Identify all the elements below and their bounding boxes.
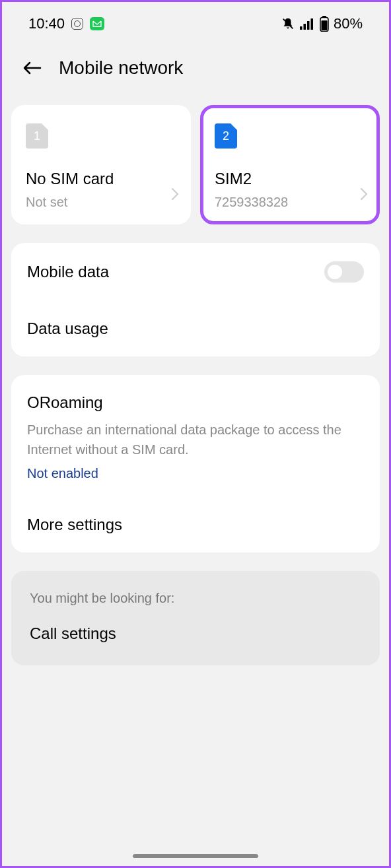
sim-title-1: No SIM card	[26, 170, 176, 188]
more-settings-row[interactable]: More settings	[11, 497, 380, 552]
chevron-right-icon	[360, 187, 368, 201]
sim-title-2: SIM2	[215, 170, 365, 188]
oroaming-description: Purchase an international data package t…	[27, 420, 364, 459]
data-usage-row[interactable]: Data usage	[11, 301, 380, 356]
status-bar: 10:40 80%	[2, 2, 389, 42]
suggestion-card: You might be looking for: Call settings	[11, 571, 380, 665]
instagram-icon	[71, 18, 83, 30]
data-settings-group: Mobile data Data usage	[11, 243, 380, 356]
sim-badge-2: 2	[215, 123, 237, 149]
svg-rect-2	[303, 24, 306, 30]
mobile-data-toggle[interactable]	[324, 261, 364, 283]
roaming-settings-group: ORoaming Purchase an international data …	[11, 375, 380, 552]
back-arrow-icon[interactable]	[22, 60, 43, 76]
oroaming-row[interactable]: ORoaming Purchase an international data …	[11, 375, 380, 497]
status-left: 10:40	[28, 15, 104, 32]
mobile-data-row[interactable]: Mobile data	[11, 243, 380, 301]
sim-badge-1: 1	[26, 123, 48, 149]
status-time: 10:40	[28, 15, 65, 32]
sim-subtitle-2: 7259338328	[215, 195, 365, 210]
signal-icon	[299, 17, 315, 30]
page-header: Mobile network	[2, 42, 389, 92]
page-title: Mobile network	[59, 57, 183, 79]
notification-muted-icon	[281, 17, 295, 31]
mobile-data-label: Mobile data	[27, 263, 109, 281]
battery-percentage: 80%	[334, 15, 363, 32]
svg-rect-3	[307, 21, 310, 30]
sim-cards-container: 1 No SIM card Not set 2 SIM2 7259338328	[11, 105, 380, 224]
sim-card-1[interactable]: 1 No SIM card Not set	[11, 105, 191, 224]
svg-rect-1	[300, 26, 302, 30]
more-settings-label: More settings	[27, 516, 122, 534]
chevron-right-icon	[171, 187, 179, 201]
status-right: 80%	[281, 15, 363, 32]
svg-rect-7	[321, 20, 327, 30]
sim-card-2[interactable]: 2 SIM2 7259338328	[200, 105, 380, 224]
battery-icon	[319, 16, 330, 32]
sim-subtitle-1: Not set	[26, 195, 176, 210]
call-settings-link[interactable]: Call settings	[30, 624, 361, 643]
home-indicator[interactable]	[133, 854, 258, 858]
suggestion-hint: You might be looking for:	[30, 591, 361, 606]
oroaming-title: ORoaming	[27, 393, 364, 412]
data-usage-label: Data usage	[27, 319, 108, 338]
svg-rect-4	[310, 18, 313, 30]
mail-icon	[90, 17, 104, 30]
oroaming-status: Not enabled	[27, 466, 364, 481]
